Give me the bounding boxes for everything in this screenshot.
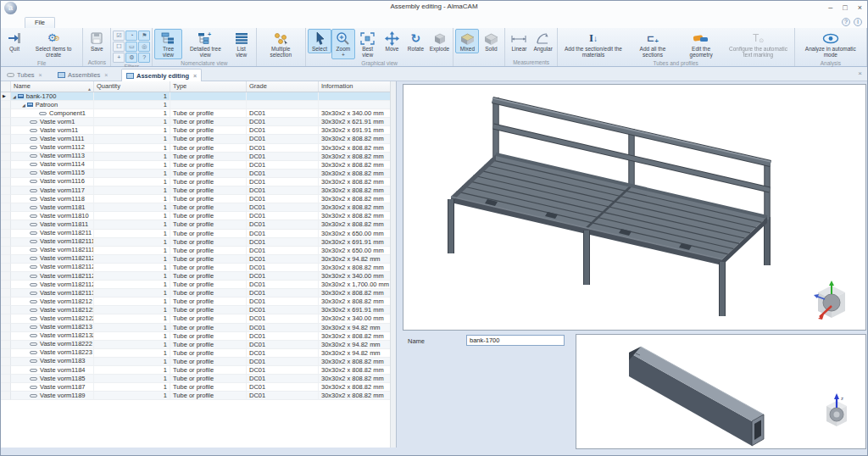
doc-tab-assembly-editing[interactable]: Assembly editing × (121, 69, 202, 81)
filter-toggle[interactable]: ◎ (138, 42, 150, 52)
expander-icon[interactable]: ◢ (13, 92, 16, 101)
rotate-button[interactable]: ↻ Rotate (403, 29, 427, 53)
table-row[interactable]: Vaste vorm118111Tube or profileDC0130x30… (1, 220, 391, 229)
zoom-plus-button[interactable]: Zoom + (331, 29, 355, 59)
add-all-sections-button[interactable]: ⊏ + Add all the sections (627, 29, 678, 59)
orientation-cube-widget[interactable] (811, 279, 852, 323)
table-row[interactable]: Vaste vorm11871Tube or profileDC0130x30x… (1, 383, 391, 392)
table-row[interactable]: Vaste vorm1182231Tube or profileDC0130x3… (1, 349, 391, 358)
component-3d-viewport[interactable]: z (576, 334, 866, 449)
linear-measure-button[interactable]: Linear (507, 29, 531, 53)
title-bar: a Assembly editing - AlmaCAM – □ × (1, 1, 867, 16)
table-row[interactable]: Vaste vorm11821121Tube or profileDC0130x… (1, 255, 391, 264)
doc-tab-assemblies[interactable]: Assemblies × (53, 69, 112, 81)
table-row[interactable]: Vaste vorm11Tube or profileDC0130x30x2 x… (1, 118, 391, 126)
maximize-button[interactable]: □ (843, 2, 847, 14)
cell-name: Vaste vorm118223 (11, 349, 94, 358)
tab-close-icon[interactable]: × (39, 72, 42, 78)
tab-close-icon[interactable]: × (104, 72, 108, 78)
filter-toggle[interactable]: ☐ (113, 42, 125, 52)
table-row[interactable]: Vaste vorm11851Tube or profileDC0130x30x… (1, 375, 391, 383)
tab-file[interactable]: File (25, 17, 55, 28)
multiple-selection-button[interactable]: Multiple selection (259, 29, 303, 59)
table-row[interactable]: Vaste vorm11811Tube or profileDC0130x30x… (1, 203, 391, 212)
table-row[interactable]: Vaste vorm11821221Tube or profileDC0130x… (1, 314, 391, 323)
assembly-3d-viewport[interactable] (403, 84, 866, 331)
table-row[interactable]: Vaste vorm118101Tube or profileDC0130x30… (1, 212, 391, 220)
table-scrollbar[interactable] (390, 81, 396, 448)
filter-toggle[interactable]: ☑ (113, 31, 125, 41)
column-header-grade[interactable]: Grade (247, 81, 319, 92)
analyze-automatic-button[interactable]: Analyze in automatic mode (797, 29, 865, 59)
panel-close-icon[interactable]: × (858, 70, 862, 77)
add-section-button[interactable]: I ↓ Add the section/edit the materials (559, 29, 627, 59)
table-row[interactable]: Vaste vorm118211241Tube or profileDC0130… (1, 281, 391, 289)
tree-view-button[interactable]: Tree view (154, 29, 182, 59)
select-items-to-create-button[interactable]: ⚙⚙ Select items to create (26, 29, 81, 59)
filter-toggle[interactable]: ? (138, 53, 150, 63)
table-row[interactable]: Vaste vorm118211231Tube or profileDC0130… (1, 272, 391, 281)
table-row[interactable]: Vaste vorm11821131Tube or profileDC0130x… (1, 289, 391, 298)
filter-toggle[interactable]: ⚙ (125, 53, 137, 63)
angular-measure-button[interactable]: Angular (531, 29, 554, 53)
table-row[interactable]: Vaste vorm11891Tube or profileDC0130x30x… (1, 392, 391, 400)
assembly-name-input[interactable] (466, 335, 565, 346)
cell-type: Tube or profile (170, 298, 247, 306)
close-button[interactable]: × (858, 2, 862, 14)
cell-type: Tube or profile (170, 135, 247, 143)
best-view-button[interactable]: Best view (355, 29, 381, 59)
table-row[interactable]: Vaste vorm11821111Tube or profileDC0130x… (1, 238, 391, 247)
select-button[interactable]: Select (308, 29, 331, 53)
table-row[interactable]: Vaste vorm11831Tube or profileDC0130x30x… (1, 358, 391, 366)
explode-button[interactable]: Explode (427, 29, 451, 53)
quit-button[interactable]: Quit (3, 29, 26, 53)
table-row[interactable]: Vaste vorm11821321Tube or profileDC0130x… (1, 332, 391, 341)
cell-information: 30x30x2 x 621.91 mm (319, 118, 391, 126)
minimize-button[interactable]: – (828, 2, 832, 14)
table-row[interactable]: Vaste vorm1182121Tube or profileDC0130x3… (1, 298, 391, 306)
table-row[interactable]: ◢Patroon1 (1, 101, 391, 109)
doc-tab-tubes[interactable]: Tubes × (3, 69, 47, 81)
table-row[interactable]: Vaste vorm11151Tube or profileDC0130x30x… (1, 170, 391, 178)
info-button[interactable]: i (854, 18, 862, 26)
table-row[interactable]: Component11Tube or profileDC0130x30x2 x … (1, 109, 391, 118)
column-header-information[interactable]: Information (319, 81, 391, 92)
mixed-box-icon (459, 31, 476, 46)
expander-icon[interactable]: ◢ (22, 101, 25, 109)
save-button[interactable]: Save (85, 29, 108, 53)
column-header-type[interactable]: Type (170, 81, 247, 92)
mixed-button[interactable]: Mixed (455, 29, 479, 53)
cell-quantity: 1 (94, 281, 170, 289)
filter-toggle[interactable]: ▭ (125, 42, 137, 52)
table-row[interactable]: Vaste vorm111Tube or profileDC0130x30x2 … (1, 126, 391, 135)
table-row[interactable]: Vaste vorm11821211Tube or profileDC0130x… (1, 306, 391, 314)
table-row[interactable]: Vaste vorm118211221Tube or profileDC0130… (1, 264, 391, 272)
table-row[interactable]: Vaste vorm11131Tube or profileDC0130x30x… (1, 153, 391, 161)
tab-close-icon[interactable]: × (193, 73, 197, 79)
table-row[interactable]: Vaste vorm1182111Tube or profileDC0130x3… (1, 230, 391, 238)
detailed-tree-view-button[interactable]: + Detailed tree view (182, 29, 229, 59)
filter-toggle[interactable]: ◔ (125, 31, 137, 41)
table-row[interactable]: Vaste vorm11121Tube or profileDC0130x30x… (1, 144, 391, 153)
solid-button[interactable]: Solid (479, 29, 503, 53)
table-row[interactable]: Vaste vorm11111Tube or profileDC0130x30x… (1, 135, 391, 143)
table-row[interactable]: Vaste vorm11171Tube or profileDC0130x30x… (1, 186, 391, 195)
table-row[interactable]: Vaste vorm11141Tube or profileDC0130x30x… (1, 161, 391, 170)
column-header-quantity[interactable]: Quantity (94, 81, 170, 92)
move-button[interactable]: Move (380, 29, 403, 53)
orientation-cube-widget[interactable]: z (821, 392, 852, 431)
edit-geometry-button[interactable]: Edit the geometry (678, 29, 725, 59)
help-button[interactable]: ? (842, 18, 850, 26)
column-header-name[interactable]: Name ▲ (11, 81, 94, 92)
row-gutter (1, 203, 11, 212)
table-row[interactable]: Vaste vorm118211111Tube or profileDC0130… (1, 247, 391, 255)
list-view-button[interactable]: List view (229, 29, 254, 59)
filter-toggle[interactable]: + (113, 53, 125, 63)
table-row[interactable]: Vaste vorm11161Tube or profileDC0130x30x… (1, 178, 391, 186)
table-row[interactable]: Vaste vorm11841Tube or profileDC0130x30x… (1, 366, 391, 375)
table-row[interactable]: Vaste vorm11181Tube or profileDC0130x30x… (1, 195, 391, 203)
table-row[interactable]: ▶◢bank-17001 (1, 92, 391, 101)
table-row[interactable]: Vaste vorm1182221Tube or profileDC0130x3… (1, 341, 391, 349)
filter-toggle[interactable]: ⚑ (138, 31, 150, 41)
table-row[interactable]: Vaste vorm1182131Tube or profileDC0130x3… (1, 324, 391, 332)
